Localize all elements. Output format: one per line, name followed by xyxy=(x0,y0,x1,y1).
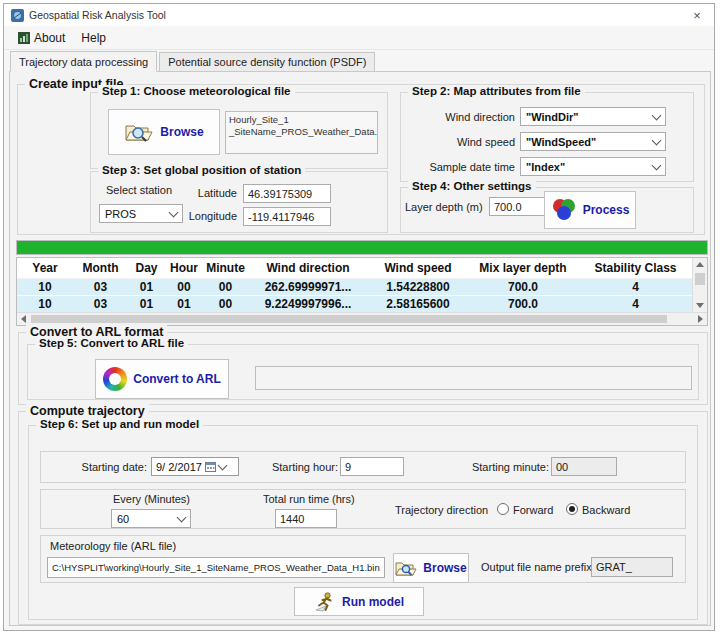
layer-depth-value: 700.0 xyxy=(494,201,522,213)
backward-radio[interactable] xyxy=(566,503,578,515)
col-stability-class[interactable]: Stability Class xyxy=(578,258,693,278)
total-run-time-label: Total run time (hrs) xyxy=(263,493,355,505)
vertical-scroll-thumb[interactable] xyxy=(695,273,705,285)
tab-psdf[interactable]: Potential source density function (PSDF) xyxy=(159,52,375,72)
menu-help-label: Help xyxy=(81,31,106,45)
sample-date-time-select[interactable]: "Index" xyxy=(520,157,666,176)
layer-depth-field[interactable]: 700.0 xyxy=(489,197,547,216)
rainbow-ring-icon xyxy=(103,367,127,391)
browse-arl-file-button[interactable]: Browse xyxy=(393,553,469,583)
close-button[interactable]: × xyxy=(680,4,714,26)
every-minutes-value: 60 xyxy=(117,513,129,525)
table-vertical-scrollbar[interactable] xyxy=(692,258,707,312)
chevron-down-icon xyxy=(652,160,662,170)
scroll-down-icon[interactable] xyxy=(696,303,704,308)
step5-title: Step 5: Convert to ARL file xyxy=(35,337,188,349)
scroll-right-icon[interactable] xyxy=(698,315,703,323)
layer-depth-label: Layer depth (m) xyxy=(405,201,483,213)
starting-date-label: Starting date: xyxy=(80,461,147,473)
cell: 700.0 xyxy=(468,296,578,312)
cell: 262.69999971... xyxy=(248,279,368,295)
starting-minute-label: Starting minute: xyxy=(463,461,549,473)
met-file-name-box: Hourly_Site_1 _SiteName_PROS_Weather_Dat… xyxy=(225,111,378,154)
process-button[interactable]: Process xyxy=(544,191,636,229)
step1-title: Step 1: Choose meteorological file xyxy=(98,85,295,97)
menu-about-label: About xyxy=(34,31,65,45)
longitude-value: -119.4117946 xyxy=(248,211,314,223)
tab-trajectory-data-processing[interactable]: Trajectory data processing xyxy=(10,51,157,72)
wind-direction-select[interactable]: "WindDir" xyxy=(520,107,666,126)
wind-speed-label: Wind speed xyxy=(403,136,515,148)
menu-help[interactable]: Help xyxy=(73,29,114,47)
table-row[interactable]: 10 03 01 01 00 9.2249997996... 2.5816560… xyxy=(17,296,693,313)
cell: 700.0 xyxy=(468,279,578,295)
output-prefix-field[interactable]: GRAT_ xyxy=(591,557,673,577)
trajectory-direction-label: Trajectory direction xyxy=(395,504,488,516)
browse-met-file-button[interactable]: Browse xyxy=(108,109,220,155)
met-file-path-field[interactable]: C:\HYSPLIT\working\Hourly_Site_1_SiteNam… xyxy=(47,557,385,578)
horizontal-scroll-thumb[interactable] xyxy=(31,315,667,323)
starting-date-picker[interactable]: 9/ 2/2017 xyxy=(151,457,239,476)
col-wind-direction[interactable]: Wind direction xyxy=(248,258,368,278)
forward-radio[interactable] xyxy=(497,503,509,515)
col-hour[interactable]: Hour xyxy=(165,258,203,278)
chevron-down-icon xyxy=(652,135,662,145)
chevron-down-icon xyxy=(652,110,662,120)
col-mix-layer-depth[interactable]: Mix layer depth xyxy=(468,258,578,278)
starting-minute-value: 00 xyxy=(556,461,568,473)
process-label: Process xyxy=(583,203,630,217)
menu-about[interactable]: About xyxy=(10,29,73,47)
app-window: Geospatial Risk Analysis Tool × About He… xyxy=(3,3,715,631)
sample-date-time-label: Sample date time xyxy=(403,161,515,173)
starting-minute-field[interactable]: 00 xyxy=(551,457,617,476)
wind-speed-select[interactable]: "WindSpeed" xyxy=(520,132,666,151)
convert-to-arl-button[interactable]: Convert to ARL xyxy=(95,359,229,399)
window-title: Geospatial Risk Analysis Tool xyxy=(29,9,166,21)
cell: 10 xyxy=(17,296,73,312)
about-icon xyxy=(18,32,30,44)
table-row[interactable]: 10 03 01 00 00 262.69999971... 1.5422880… xyxy=(17,279,693,296)
cell: 03 xyxy=(73,279,128,295)
wind-speed-value: "WindSpeed" xyxy=(526,136,596,148)
cell: 00 xyxy=(203,279,248,295)
weather-data-table: Year Month Day Hour Minute Wind directio… xyxy=(16,257,708,326)
station-select[interactable]: PROS xyxy=(99,204,183,223)
col-year[interactable]: Year xyxy=(17,258,73,278)
col-month[interactable]: Month xyxy=(73,258,128,278)
cell: 00 xyxy=(203,296,248,312)
total-run-time-field[interactable]: 1440 xyxy=(275,509,337,528)
run-model-label: Run model xyxy=(342,595,404,609)
arl-progress-bar xyxy=(255,366,692,390)
table-header-row: Year Month Day Hour Minute Wind directio… xyxy=(17,258,693,279)
longitude-field[interactable]: -119.4117946 xyxy=(243,207,331,226)
cell: 01 xyxy=(128,279,165,295)
scroll-left-icon[interactable] xyxy=(21,315,26,323)
col-wind-speed[interactable]: Wind speed xyxy=(368,258,468,278)
title-bar: Geospatial Risk Analysis Tool × xyxy=(4,4,714,27)
process-progress-bar xyxy=(16,240,708,255)
cell: 00 xyxy=(165,279,203,295)
run-model-button[interactable]: Run model xyxy=(294,587,424,616)
col-minute[interactable]: Minute xyxy=(203,258,248,278)
station-value: PROS xyxy=(105,208,136,220)
latitude-field[interactable]: 46.39175309 xyxy=(243,184,331,203)
starting-hour-field[interactable]: 9 xyxy=(340,457,404,476)
col-day[interactable]: Day xyxy=(128,258,165,278)
output-prefix-value: GRAT_ xyxy=(596,561,632,573)
menu-bar: About Help xyxy=(4,26,714,50)
cell: 01 xyxy=(165,296,203,312)
app-icon xyxy=(11,9,24,22)
forward-radio-label[interactable]: Forward xyxy=(513,504,553,516)
convert-to-arl-label: Convert to ARL xyxy=(133,372,221,386)
starting-hour-label: Starting hour: xyxy=(268,461,338,473)
backward-radio-label[interactable]: Backward xyxy=(582,504,630,516)
cell: 03 xyxy=(73,296,128,312)
table-horizontal-scrollbar[interactable] xyxy=(17,312,707,325)
wind-direction-value: "WindDir" xyxy=(526,111,579,123)
every-minutes-select[interactable]: 60 xyxy=(111,509,191,528)
cell: 9.2249997996... xyxy=(248,296,368,312)
wind-direction-label: Wind direction xyxy=(403,111,515,123)
chevron-down-icon xyxy=(177,512,187,522)
scroll-up-icon[interactable] xyxy=(696,262,704,267)
runner-icon xyxy=(314,591,336,613)
